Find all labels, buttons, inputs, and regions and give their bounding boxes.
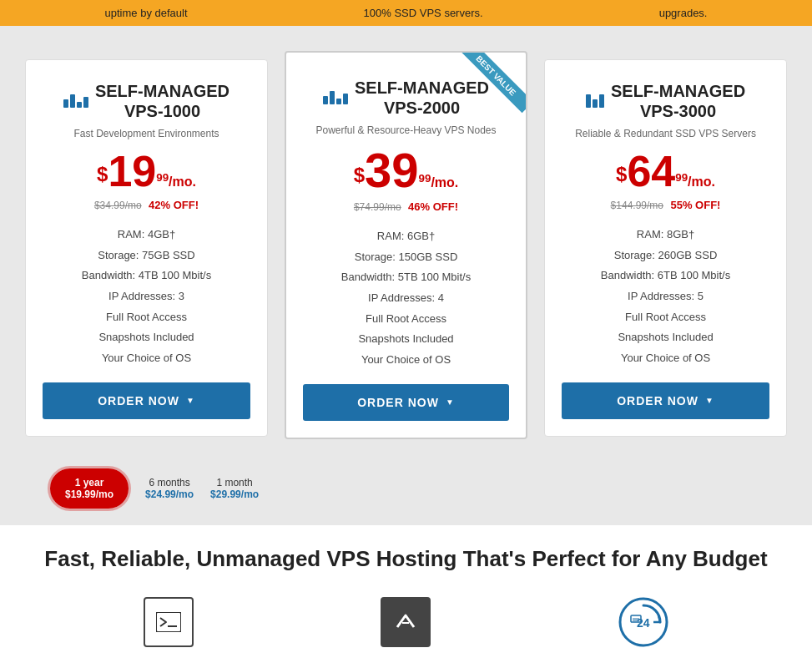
spec-snapshots-2000: Snapshots Included [303, 329, 509, 350]
top-bar-item-3: upgrades. [659, 7, 708, 19]
spec-storage-3000: Storage: 260GB SSD [562, 246, 769, 266]
pricing-section: SELF-MANAGED VPS-1000 Fast Development E… [0, 26, 812, 464]
toggle-period-6months: 6 months [145, 477, 194, 488]
bar3 [336, 99, 341, 104]
price-cents-mo-2000: 99/mo. [419, 175, 459, 190]
plan-name-3000: SELF-MANAGED VPS-3000 [611, 81, 745, 121]
best-value-badge [459, 53, 526, 119]
spec-root-1000: Full Root Access [43, 307, 250, 328]
plan-icon-1000 [63, 94, 88, 108]
plan-subtitle-2000: Powerful & Resource-Heavy VPS Nodes [303, 124, 509, 136]
plan-icon-2000 [323, 91, 348, 104]
terminal-icon [144, 597, 194, 647]
dollar-sign-3000: $ [616, 163, 627, 185]
spec-snapshots-1000: Snapshots Included [43, 327, 250, 348]
bar4 [343, 94, 348, 104]
dropdown-arrow-3000: ▼ [705, 396, 714, 405]
spec-bandwidth-1000: Bandwidth: 4TB 100 Mbit/s [43, 266, 250, 286]
plan-subtitle-3000: Reliable & Redundant SSD VPS Servers [562, 128, 769, 139]
dropdown-arrow-2000: ▼ [446, 397, 455, 407]
specs-list-2000: RAM: 6GB† Storage: 150GB SSD Bandwidth: … [303, 226, 509, 371]
plan-card-vps-2000: SELF-MANAGED VPS-2000 Powerful & Resourc… [285, 51, 527, 439]
ssd-icon [381, 597, 431, 647]
plan-name-1000: SELF-MANAGED VPS-1000 [95, 81, 229, 121]
bar1 [323, 96, 328, 104]
price-dollar-3000: 64 [627, 147, 675, 195]
price-block-2000: $3999/mo. [303, 146, 509, 195]
spec-os-1000: Your Choice of OS [43, 348, 250, 369]
plan-header-3000: SELF-MANAGED VPS-3000 [562, 81, 769, 121]
plan-subtitle-1000: Fast Development Environments [43, 128, 250, 139]
spec-os-2000: Your Choice of OS [303, 350, 509, 371]
toggle-price-1year: $19.99/mo [65, 488, 113, 500]
specs-list-1000: RAM: 4GB† Storage: 75GB SSD Bandwidth: 4… [43, 225, 250, 369]
discount-badge-3000: 55% OFF! [670, 199, 720, 211]
pricing-toggle: 1 year $19.99/mo 6 months $24.99/mo 1 mo… [50, 468, 259, 509]
order-btn-3000[interactable]: ORDER NOW ▼ [562, 382, 769, 419]
spec-ram-2000: RAM: 6GB† [303, 226, 509, 247]
toggle-period-1year: 1 year [65, 477, 113, 488]
spec-bandwidth-2000: Bandwidth: 5TB 100 Mbit/s [303, 267, 509, 288]
plan-title-block-3000: SELF-MANAGED VPS-3000 [562, 81, 769, 121]
original-price-1000: $34.99/mo [94, 200, 142, 211]
bar2 [593, 99, 598, 108]
bar3 [77, 102, 82, 108]
bar1 [586, 94, 591, 108]
order-btn-2000[interactable]: ORDER NOW ▼ [303, 384, 509, 421]
discount-badge-2000: 46% OFF! [408, 200, 458, 213]
toggle-price-1month: $29.99/mo [210, 488, 259, 500]
plan-title-block-1000: SELF-MANAGED VPS-1000 [43, 81, 250, 121]
spec-bandwidth-3000: Bandwidth: 6TB 100 Mbit/s [562, 266, 769, 286]
spec-root-2000: Full Root Access [303, 309, 509, 330]
spec-os-3000: Your Choice of OS [562, 348, 769, 369]
price-dollar-1000: 19 [108, 147, 156, 195]
terminal-svg [156, 612, 181, 632]
svg-text:24: 24 [637, 616, 650, 630]
dollar-sign-1000: $ [97, 163, 108, 185]
spec-ip-1000: IP Addresses: 3 [43, 286, 250, 307]
plan-icon-3000 [586, 94, 604, 108]
spec-ip-2000: IP Addresses: 4 [303, 288, 509, 309]
toggle-price-6months: $24.99/mo [145, 488, 194, 500]
plan-header-1000: SELF-MANAGED VPS-1000 [43, 81, 250, 121]
spec-storage-2000: Storage: 150GB SSD [303, 247, 509, 268]
order-btn-1000[interactable]: ORDER NOW ▼ [43, 382, 250, 419]
dollar-sign-2000: $ [354, 164, 365, 186]
price-block-1000: $1999/mo. [43, 149, 250, 193]
price-orig-row-3000: $144.99/mo 55% OFF! [562, 197, 769, 212]
features-row: Full Root Access Flexible Software Optio… [33, 597, 779, 653]
discount-badge-1000: 42% OFF! [149, 199, 199, 211]
original-price-3000: $144.99/mo [611, 200, 663, 211]
toggle-1year[interactable]: 1 year $19.99/mo [50, 468, 129, 509]
section-title: Fast, Reliable, Unmanaged VPS Hosting Th… [33, 546, 779, 572]
ha-icon: 24 [618, 597, 668, 647]
price-orig-row-2000: $74.99/mo 46% OFF! [303, 199, 509, 214]
plan-card-vps-1000: SELF-MANAGED VPS-1000 Fast Development E… [25, 59, 268, 437]
spec-snapshots-3000: Snapshots Included [562, 327, 769, 348]
ha-svg: 24 [618, 597, 668, 647]
spec-root-3000: Full Root Access [562, 307, 769, 328]
bar2 [70, 94, 75, 108]
top-bar: uptime by default 100% SSD VPS servers. … [0, 0, 812, 26]
top-bar-item-1: uptime by default [105, 7, 188, 19]
price-block-3000: $6499/mo. [562, 149, 769, 193]
price-cents-mo-1000: 99/mo. [156, 175, 196, 189]
toggle-6months[interactable]: 6 months $24.99/mo [145, 477, 194, 500]
price-orig-row-1000: $34.99/mo 42% OFF! [43, 197, 250, 212]
bar2 [330, 91, 335, 104]
bar1 [63, 99, 68, 108]
bar3 [599, 94, 604, 108]
toggle-period-1month: 1 month [210, 477, 259, 488]
feature-root-access: Full Root Access Flexible Software Optio… [85, 597, 252, 653]
feature-ssd: FREE SSD Drives Included with All Hostin… [322, 597, 489, 653]
spec-ip-3000: IP Addresses: 5 [562, 286, 769, 307]
svg-rect-0 [156, 612, 181, 632]
price-dollar-2000: 39 [365, 143, 419, 197]
specs-list-3000: RAM: 8GB† Storage: 260GB SSD Bandwidth: … [562, 225, 769, 369]
toggle-1month[interactable]: 1 month $29.99/mo [210, 477, 259, 500]
ssd-svg [393, 612, 418, 632]
original-price-2000: $74.99/mo [354, 201, 401, 213]
dropdown-arrow-1000: ▼ [186, 396, 195, 405]
price-cents-mo-3000: 99/mo. [675, 175, 715, 189]
spec-storage-1000: Storage: 75GB SSD [43, 246, 250, 266]
